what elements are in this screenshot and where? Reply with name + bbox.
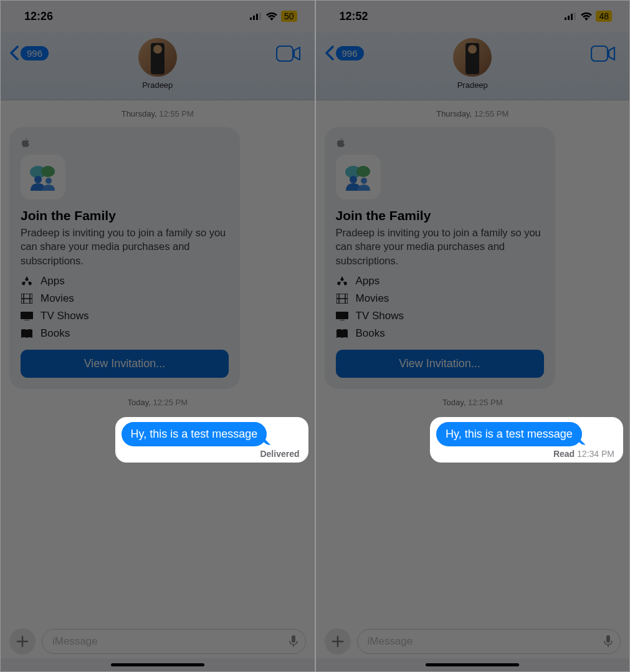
facetime-icon[interactable]	[591, 46, 616, 62]
card-title: Join the Family	[336, 208, 544, 223]
svg-rect-1	[253, 16, 255, 20]
feature-list: Apps Movies TV Shows Books	[21, 275, 229, 340]
status-time: 12:52	[340, 10, 368, 23]
svg-rect-0	[250, 17, 252, 20]
svg-rect-3	[259, 12, 261, 20]
battery-badge: 50	[281, 11, 297, 22]
phone-left: 12:26 50 996 Pradeep Thursday, 12:55 PM …	[0, 0, 315, 672]
plus-icon	[332, 635, 344, 648]
feature-books: Books	[21, 327, 229, 340]
feature-movies: Movies	[336, 292, 544, 305]
svg-point-9	[41, 166, 55, 177]
contact-name: Pradeep	[142, 80, 173, 90]
svg-rect-37	[336, 312, 348, 319]
highlighted-message: Hy, this is a test message Read 12:34 PM	[430, 417, 623, 463]
avatar	[453, 38, 492, 77]
contact-header[interactable]: Pradeep	[453, 38, 492, 90]
feature-tvshows: TV Shows	[21, 310, 229, 322]
svg-point-10	[34, 176, 42, 183]
status-indicators: 50	[250, 11, 297, 22]
view-invitation-button[interactable]: View Invitation...	[336, 350, 544, 378]
books-icon	[21, 329, 33, 338]
status-bar: 12:26 50	[1, 1, 315, 32]
svg-rect-16	[21, 312, 33, 319]
svg-rect-7	[277, 46, 293, 61]
read-receipt: Read 12:34 PM	[436, 449, 617, 459]
unread-badge: 996	[336, 46, 364, 60]
svg-rect-41	[606, 635, 610, 643]
svg-rect-22	[565, 17, 566, 20]
movies-icon	[336, 294, 348, 304]
phone-right: 12:52 48 996 Pradeep Thursday, 12:55 PM …	[315, 0, 631, 672]
add-button[interactable]	[9, 628, 36, 655]
invitation-card: Join the Family Pradeep is inviting you …	[325, 127, 555, 389]
mic-icon[interactable]	[289, 635, 298, 648]
apple-logo-icon	[336, 137, 346, 148]
input-placeholder: iMessage	[52, 635, 98, 648]
home-indicator[interactable]	[111, 663, 204, 666]
highlighted-message: Hy, this is a test message Delivered	[115, 417, 308, 463]
card-description: Pradeep is inviting you to join a family…	[21, 226, 229, 267]
chat-area[interactable]: Thursday, 12:55 PM Join the Family Prade…	[316, 100, 630, 622]
card-description: Pradeep is inviting you to join a family…	[336, 226, 544, 267]
input-placeholder: iMessage	[368, 635, 413, 648]
back-button[interactable]: 996	[325, 46, 364, 60]
plus-icon	[16, 635, 29, 648]
card-title: Join the Family	[21, 208, 229, 223]
tv-icon	[21, 312, 33, 320]
svg-rect-2	[256, 14, 258, 20]
svg-point-11	[45, 178, 52, 184]
svg-point-30	[356, 166, 370, 177]
cellular-icon	[250, 12, 262, 20]
invitation-card: Join the Family Pradeep is inviting you …	[9, 127, 240, 389]
add-button[interactable]	[325, 628, 351, 655]
status-time: 12:26	[24, 10, 53, 23]
timestamp-1: Thursday, 12:55 PM	[1, 100, 315, 127]
sent-message-bubble[interactable]: Hy, this is a test message	[122, 422, 267, 446]
feature-apps: Apps	[336, 275, 544, 287]
feature-books: Books	[336, 327, 544, 340]
message-input[interactable]: iMessage	[357, 629, 621, 654]
feature-apps: Apps	[21, 275, 229, 287]
svg-rect-28	[591, 46, 608, 61]
back-button[interactable]: 996	[9, 46, 49, 60]
timestamp-1: Thursday, 12:55 PM	[316, 100, 630, 127]
wifi-icon	[581, 12, 592, 21]
chevron-left-icon	[325, 46, 335, 60]
apps-icon	[336, 276, 348, 287]
chat-area[interactable]: Thursday, 12:55 PM Join the Family Prade…	[1, 100, 315, 622]
books-icon	[336, 329, 348, 338]
family-sharing-icon	[21, 155, 65, 199]
contact-header[interactable]: Pradeep	[138, 38, 177, 90]
message-input[interactable]: iMessage	[42, 629, 306, 654]
facetime-icon[interactable]	[276, 46, 301, 62]
unread-badge: 996	[21, 46, 49, 60]
feature-list: Apps Movies TV Shows Books	[336, 275, 544, 340]
view-invitation-button[interactable]: View Invitation...	[21, 350, 229, 378]
mic-icon[interactable]	[604, 635, 613, 648]
battery-badge: 48	[596, 11, 612, 22]
timestamp-2: Today, 12:25 PM	[316, 389, 630, 416]
cellular-icon	[565, 12, 577, 20]
svg-point-27	[468, 45, 477, 54]
timestamp-2: Today, 12:25 PM	[1, 389, 315, 416]
family-sharing-icon	[336, 155, 381, 199]
chevron-left-icon	[9, 46, 19, 60]
svg-rect-24	[571, 14, 573, 20]
status-bar: 12:52 48	[316, 1, 630, 32]
svg-rect-23	[568, 16, 570, 20]
feature-movies: Movies	[21, 292, 229, 305]
svg-point-32	[361, 178, 367, 184]
input-bar: iMessage	[316, 622, 630, 658]
input-bar: iMessage	[1, 622, 315, 658]
nav-header: 996 Pradeep	[1, 32, 315, 100]
avatar	[138, 38, 177, 77]
sent-message-bubble[interactable]: Hy, this is a test message	[436, 422, 582, 446]
movies-icon	[21, 294, 33, 304]
contact-name: Pradeep	[457, 80, 488, 90]
svg-point-5	[153, 45, 162, 54]
svg-rect-25	[574, 12, 576, 20]
home-indicator[interactable]	[426, 663, 519, 666]
feature-tvshows: TV Shows	[336, 310, 544, 322]
delivery-receipt: Delivered	[122, 449, 302, 459]
